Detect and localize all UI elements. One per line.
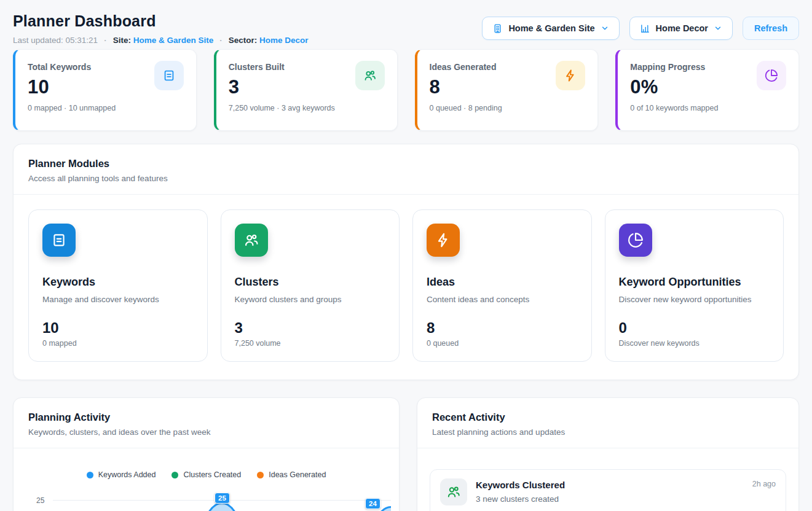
- module-description: Discover new keyword opportunities: [619, 295, 770, 304]
- site-label: Site:: [113, 36, 131, 45]
- lightning-icon: [556, 61, 585, 90]
- stat-card-mapping-progress: Mapping Progress 0% 0 of 10 keywords map…: [615, 49, 799, 131]
- module-title: Clusters: [235, 276, 386, 289]
- modules-subtitle: Access all planning tools and features: [28, 174, 784, 183]
- data-point-label: 24: [365, 498, 380, 509]
- recent-activity-subtitle: Latest planning actions and updates: [432, 427, 784, 437]
- bar-chart-icon: [640, 23, 650, 34]
- module-subtext: 0 queued: [427, 339, 578, 348]
- legend-label: Ideas Generated: [269, 470, 326, 479]
- chevron-down-icon: [714, 24, 722, 33]
- document-icon: [154, 61, 184, 90]
- planning-activity-subtitle: Keywords, clusters, and ideas over the p…: [28, 427, 384, 437]
- module-title: Ideas: [427, 276, 578, 289]
- module-value: 0: [619, 319, 770, 337]
- module-subtext: 7,250 volume: [235, 339, 386, 348]
- sector-meta: Sector: Home Decor: [229, 36, 309, 45]
- pie-chart-icon: [619, 224, 652, 257]
- site-link[interactable]: Home & Garden Site: [133, 36, 214, 45]
- legend-item-ideas-generated[interactable]: Ideas Generated: [257, 470, 326, 479]
- recent-activity-list: Keywords Clustered 3 new clusters create…: [417, 448, 798, 511]
- title-block: Planner Dashboard Last updated: 05:31:21…: [13, 12, 309, 45]
- planning-activity-panel: Planning Activity Keywords, clusters, an…: [13, 397, 400, 511]
- stat-card-ideas-generated: Ideas Generated 8 0 queued · 8 pending: [415, 49, 599, 131]
- sector-dropdown-label: Home Decor: [656, 23, 708, 33]
- recent-activity-title: Recent Activity: [432, 412, 784, 423]
- lightning-icon: [427, 224, 460, 257]
- legend-label: Keywords Added: [98, 470, 156, 479]
- activity-area-chart: 25 25 24: [14, 489, 399, 511]
- meta-separator: ·: [219, 36, 223, 45]
- users-icon: [440, 478, 467, 505]
- site-meta: Site: Home & Garden Site: [113, 36, 214, 45]
- module-card-ideas[interactable]: Ideas Content ideas and concepts 8 0 que…: [412, 209, 592, 362]
- sector-label: Sector:: [229, 36, 258, 45]
- building-icon: [492, 23, 503, 34]
- activity-item-title: Keywords Clustered: [476, 480, 565, 490]
- page-header: Planner Dashboard Last updated: 05:31:21…: [0, 0, 812, 45]
- legend-label: Clusters Created: [183, 470, 241, 479]
- modules-title: Planner Modules: [28, 158, 784, 170]
- module-title: Keywords: [42, 276, 194, 289]
- module-description: Keyword clusters and groups: [235, 295, 386, 304]
- activity-item-timestamp: 2h ago: [752, 480, 776, 488]
- module-value: 8: [427, 319, 578, 337]
- modules-grid: Keywords Manage and discover keywords 10…: [14, 195, 798, 380]
- chevron-down-icon: [601, 24, 609, 33]
- users-icon: [355, 61, 385, 90]
- module-title: Keyword Opportunities: [619, 276, 770, 289]
- page-title: Planner Dashboard: [13, 12, 309, 30]
- stat-subtext: 7,250 volume · 3 avg keywords: [229, 104, 385, 112]
- legend-dot: [171, 472, 178, 478]
- planner-dashboard-page: Planner Dashboard Last updated: 05:31:21…: [0, 0, 812, 511]
- module-card-keyword-opportunities[interactable]: Keyword Opportunities Discover new keywo…: [605, 209, 784, 362]
- legend-dot: [87, 472, 93, 478]
- module-card-clusters[interactable]: Clusters Keyword clusters and groups 3 7…: [221, 209, 400, 362]
- data-point-label: 25: [215, 493, 230, 504]
- stat-card-total-keywords: Total Keywords 10 0 mapped · 10 unmapped: [13, 49, 197, 131]
- header-controls: Home & Garden Site Home Decor Refresh: [482, 17, 799, 40]
- planning-activity-title: Planning Activity: [28, 412, 384, 423]
- legend-item-keywords-added[interactable]: Keywords Added: [87, 470, 156, 479]
- pie-chart-icon: [757, 61, 786, 90]
- last-updated-text: Last updated: 05:31:21: [13, 36, 98, 45]
- module-subtext: 0 mapped: [42, 339, 194, 348]
- activity-item-keywords-clustered[interactable]: Keywords Clustered 3 new clusters create…: [430, 469, 786, 511]
- module-value: 3: [235, 319, 386, 337]
- recent-activity-header: Recent Activity Latest planning actions …: [417, 398, 798, 448]
- y-axis-tick: 25: [36, 496, 44, 505]
- legend-item-clusters-created[interactable]: Clusters Created: [171, 470, 241, 479]
- legend-dot: [257, 472, 264, 478]
- stat-card-clusters-built: Clusters Built 3 7,250 volume · 3 avg ke…: [214, 49, 398, 131]
- module-description: Content ideas and concepts: [427, 295, 578, 304]
- activity-item-content: Keywords Clustered 3 new clusters create…: [476, 478, 565, 504]
- chart-legend: Keywords Added Clusters Created Ideas Ge…: [14, 448, 399, 479]
- stat-subtext: 0 queued · 8 pending: [430, 104, 586, 112]
- module-card-keywords[interactable]: Keywords Manage and discover keywords 10…: [28, 209, 208, 362]
- module-description: Manage and discover keywords: [42, 295, 194, 304]
- planner-modules-panel: Planner Modules Access all planning tool…: [13, 144, 799, 380]
- sector-link[interactable]: Home Decor: [259, 36, 309, 45]
- stats-row: Total Keywords 10 0 mapped · 10 unmapped…: [13, 49, 799, 131]
- activity-item-description: 3 new clusters created: [476, 494, 565, 504]
- recent-activity-panel: Recent Activity Latest planning actions …: [417, 397, 799, 511]
- modules-panel-header: Planner Modules Access all planning tool…: [14, 144, 798, 195]
- stat-subtext: 0 of 10 keywords mapped: [630, 104, 786, 112]
- planning-activity-header: Planning Activity Keywords, clusters, an…: [14, 398, 399, 448]
- meta-separator: ·: [104, 36, 107, 45]
- site-dropdown-label: Home & Garden Site: [508, 23, 594, 33]
- module-value: 10: [42, 319, 194, 337]
- site-dropdown[interactable]: Home & Garden Site: [482, 17, 619, 40]
- document-icon: [42, 224, 76, 257]
- bottom-row: Planning Activity Keywords, clusters, an…: [13, 397, 799, 511]
- stat-subtext: 0 mapped · 10 unmapped: [28, 104, 184, 112]
- header-meta-row: Last updated: 05:31:21 · Site: Home & Ga…: [13, 36, 309, 45]
- sector-dropdown[interactable]: Home Decor: [629, 17, 733, 40]
- module-subtext: Discover new keywords: [619, 339, 770, 348]
- refresh-button[interactable]: Refresh: [743, 17, 799, 40]
- area-fill: [53, 503, 391, 511]
- users-icon: [235, 224, 268, 257]
